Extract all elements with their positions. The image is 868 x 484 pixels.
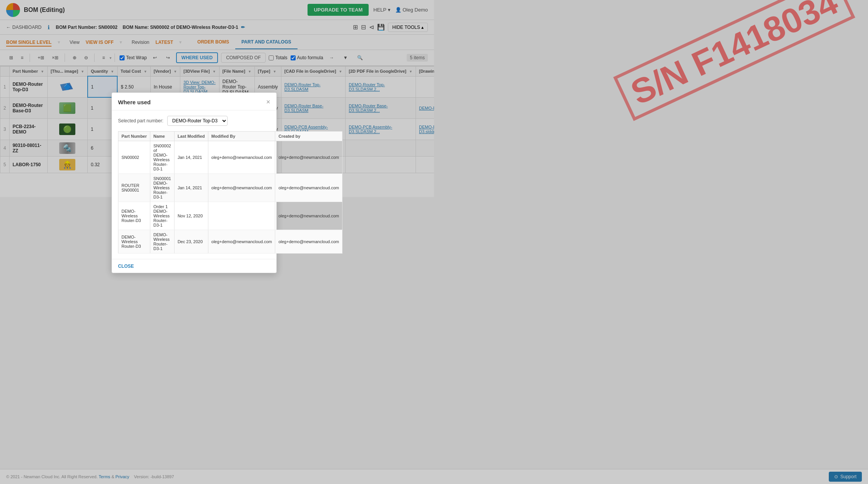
wu-name-0: SN00002 of DEMO-Wireless Router-D3-1 (150, 141, 175, 174)
wu-th-created-by: Created by (275, 132, 343, 141)
wu-modified-1: Jan 14, 2021 (174, 174, 208, 202)
wu-createdby-3: oleg+demo@newmancloud.com (275, 230, 343, 242)
modal-title: Where used (118, 99, 151, 105)
wu-part-0: SN00002 (118, 141, 150, 174)
where-used-row: SN00002 SN00002 of DEMO-Wireless Router-… (118, 141, 343, 174)
wu-name-1: SN00001 DEMO-Wireless Router-D3-1 (150, 174, 175, 202)
wu-modified-0: Jan 14, 2021 (174, 141, 208, 174)
wu-part-1: ROUTER SN00001 (118, 174, 150, 202)
modal-overlay[interactable]: Where used × Selected part number: DEMO-… (0, 0, 434, 242)
wu-createdby-2: oleg+demo@newmancloud.com (275, 202, 343, 230)
where-used-header-row: Part Number Name Last Modified Modified … (118, 132, 343, 141)
wu-th-last-modified: Last Modified (174, 132, 208, 141)
wu-th-modified-by: Modified By (208, 132, 275, 141)
where-used-tbody: SN00002 SN00002 of DEMO-Wireless Router-… (118, 141, 343, 242)
wu-createdby-0: oleg+demo@newmancloud.com (275, 141, 343, 174)
wu-modified-2: Nov 12, 2020 (174, 202, 208, 230)
wu-name-2: Order 1 DEMO-Wireless Router-D3-1 (150, 202, 175, 230)
selected-part-row: Selected part number: DEMO-Router Top-D3 (118, 116, 270, 126)
wu-part-3: DEMO-Wireless Router-D3 (118, 230, 150, 242)
where-used-row: ROUTER SN00001 SN00001 DEMO-Wireless Rou… (118, 174, 343, 202)
modal-header: Where used × (112, 93, 276, 110)
wu-modified-3: Dec 23, 2020 (174, 230, 208, 242)
wu-modby-1: oleg+demo@newmancloud.com (208, 174, 275, 202)
wu-modby-3: oleg+demo@newmancloud.com (208, 230, 275, 242)
modal-close-button[interactable]: × (266, 98, 270, 106)
where-used-modal: Where used × Selected part number: DEMO-… (111, 92, 277, 242)
wu-th-name: Name (150, 132, 175, 141)
selected-part-label: Selected part number: (118, 118, 163, 124)
selected-part-select[interactable]: DEMO-Router Top-D3 (167, 116, 228, 126)
where-used-table: Part Number Name Last Modified Modified … (118, 131, 343, 242)
where-used-row: DEMO-Wireless Router-D3 Order 1 DEMO-Wir… (118, 202, 343, 230)
where-used-row: DEMO-Wireless Router-D3 DEMO-Wireless Ro… (118, 230, 343, 242)
wu-name-3: DEMO-Wireless Router-D3-1 (150, 230, 175, 242)
wu-th-part-number: Part Number (118, 132, 150, 141)
wu-modby-2 (208, 202, 275, 230)
modal-body: Selected part number: DEMO-Router Top-D3… (112, 110, 276, 242)
wu-createdby-1: oleg+demo@newmancloud.com (275, 174, 343, 202)
wu-modby-0: oleg+demo@newmancloud.com (208, 141, 275, 174)
wu-part-2: DEMO-Wireless Router-D3 (118, 202, 150, 230)
